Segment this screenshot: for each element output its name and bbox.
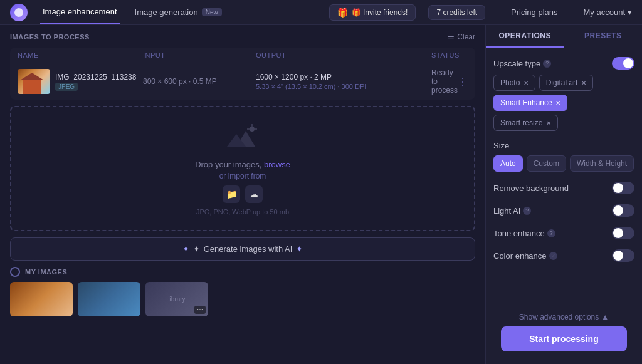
output-print: 5.33 × 4" (13.5 × 10.2 cm) · 300 DPI [256,83,431,90]
circle-icon [10,267,20,277]
my-image-card[interactable] [78,282,140,316]
panel-tabs: OPERATIONS PRESETS [486,25,642,48]
close-x-icon: ✕ [546,120,551,127]
file-table: Name Input Output Status IMG_20231225_11… [10,48,475,100]
folder-import-icon[interactable]: 📁 [223,185,240,203]
filter-icon: ⚌ [448,33,455,41]
size-label: Size [493,141,634,150]
color-enhance-info[interactable]: ? [549,252,557,260]
upscale-type-toggle[interactable] [612,57,634,70]
size-buttons: Auto Custom Width & Height [493,155,634,172]
close-x-icon: ✕ [555,100,560,107]
import-text: or import from [219,172,266,180]
chevron-down-icon: ▾ [628,8,632,17]
upscale-type-label: Upscale type ? [493,59,551,68]
my-image-card[interactable]: library ⋯ [145,282,208,316]
import-icons: 📁 ☁ [223,185,263,203]
upscale-digital-btn[interactable]: Digital art ✕ [539,75,593,91]
file-type-badge: JPEG [55,83,78,91]
input-size: 800 × 600 px · 0.5 MP [143,77,256,86]
drop-zone[interactable]: Drop your images, browse or import from … [10,106,475,231]
my-image-card[interactable] [10,282,73,316]
light-ai-info[interactable]: ? [523,207,531,215]
browse-link[interactable]: browse [264,160,290,169]
panel-bottom: Show advanced options ▲ Start processing [486,308,642,364]
cloud-import-icon[interactable]: ☁ [245,185,263,203]
file-info: IMG_20231225_113238 JPEG [18,69,143,94]
size-auto-btn[interactable]: Auto [493,155,523,172]
card-more-btn[interactable]: ⋯ [194,306,206,314]
status-badge: Ready to process [431,68,458,95]
my-images-grid: library ⋯ [10,282,475,316]
nav-divider2 [571,6,571,19]
file-name: IMG_20231225_113238 [55,73,136,81]
size-wh-btn[interactable]: Width & Height [570,155,634,172]
new-badge: New [202,8,222,16]
tab-operations[interactable]: OPERATIONS [486,25,564,48]
right-panel: OPERATIONS PRESETS Upscale type ? Phot [485,25,642,364]
upscale-type-row: Upscale type ? [493,57,634,70]
advanced-options-link[interactable]: Show advanced options ▲ [493,313,634,321]
remove-bg-label: Remove background [493,184,569,193]
upscale-smart-enhance-btn[interactable]: Smart Enhance ✕ [493,95,567,111]
main-layout: IMAGES TO PROCESS ⚌ Clear Name Input Out… [0,25,642,364]
output-info: 1600 × 1200 px · 2 MP 5.33 × 4" (13.5 × … [256,73,431,90]
panel-content: Upscale type ? Photo ✕ Digital art ✕ [486,48,642,308]
svg-point-2 [250,127,255,132]
light-ai-label: Light AI ? [493,206,531,216]
upscale-photo-btn[interactable]: Photo ✕ [493,75,535,91]
sparkle-right-icon: ✦ [296,244,303,254]
my-images-section: MY IMAGES library ⋯ [10,267,475,316]
my-images-header: MY IMAGES [10,267,475,277]
credits-badge: 7 credits left [428,5,485,20]
table-row: IMG_20231225_113238 JPEG 800 × 600 px · … [10,63,475,100]
file-thumbnail [18,69,50,94]
cloud-icon: ☁ [250,189,258,199]
account-button[interactable]: My account ▾ [584,8,632,17]
my-images-label: MY IMAGES [25,268,67,276]
app-logo [10,4,28,21]
generate-banner[interactable]: ✦ ✦ Generate images with AI ✦ [10,237,475,261]
tone-enhance-toggle[interactable] [612,227,634,239]
size-custom-btn[interactable]: Custom [527,155,566,172]
sparkle-left-icon: ✦ [182,244,189,254]
folder-icon: 📁 [226,189,237,199]
size-section: Size Auto Custom Width & Height [493,141,634,172]
close-x-icon: ✕ [524,80,529,86]
upscale-type-info[interactable]: ? [543,60,551,68]
close-x-icon: ✕ [581,80,586,86]
drop-text: Drop your images, browse [195,160,290,169]
remove-bg-toggle[interactable] [612,182,634,194]
drop-zone-icon [224,122,261,155]
invite-button[interactable]: 🎁 🎁 Invite friends! [329,4,416,21]
upscale-type-buttons: Photo ✕ Digital art ✕ Smart Enhance ✕ Sm… [493,75,634,131]
tab-image-enhancement[interactable]: Image enhancement [40,0,120,24]
table-header: Name Input Output Status [10,48,475,63]
remove-bg-row: Remove background [493,182,634,194]
drop-hint: JPG, PNG, WebP up to 50 mb [196,208,289,216]
color-enhance-label: Color enhance ? [493,251,557,261]
section-header: IMAGES TO PROCESS ⚌ Clear [10,33,475,41]
tone-enhance-row: Tone enhance ? [493,227,634,239]
start-processing-button[interactable]: Start processing [501,326,627,351]
gift-icon: 🎁 [337,8,348,18]
tab-image-generation[interactable]: Image generation New [132,0,224,24]
sparkle-icon: ✦ [193,244,200,254]
pricing-link[interactable]: Pricing plans [511,8,557,17]
upscale-smart-resize-btn[interactable]: Smart resize ✕ [493,115,558,131]
tone-enhance-info[interactable]: ? [547,229,555,237]
light-ai-row: Light AI ? [493,204,634,217]
upscale-type-section: Upscale type ? Photo ✕ Digital art ✕ [493,57,634,131]
left-panel: IMAGES TO PROCESS ⚌ Clear Name Input Out… [0,25,485,364]
top-nav: Image enhancement Image generation New 🎁… [0,0,642,25]
clear-button[interactable]: ⚌ Clear [448,33,475,41]
output-resolution: 1600 × 1200 px · 2 MP [256,73,431,81]
section-title: IMAGES TO PROCESS [10,33,90,41]
chevron-up-icon: ▲ [601,313,609,321]
light-ai-toggle[interactable] [612,204,634,217]
more-options-icon[interactable]: ⋮ [458,76,468,88]
color-enhance-row: Color enhance ? [493,249,634,262]
tab-presets[interactable]: PRESETS [564,25,643,48]
color-enhance-toggle[interactable] [612,249,634,262]
tone-enhance-label: Tone enhance ? [493,229,555,238]
